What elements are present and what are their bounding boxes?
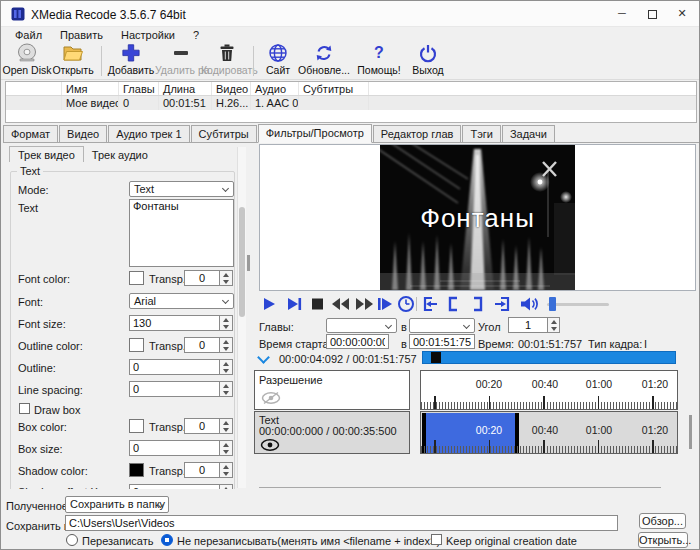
eye-icon[interactable] [260,438,280,454]
expand-chevron-icon[interactable] [257,351,270,364]
output-mode-dropdown[interactable]: Сохранить в папку [65,496,169,513]
text-input[interactable]: Фонтаны [129,199,234,267]
shadow-color-transp-input[interactable] [184,462,220,478]
set-start-button[interactable] [420,295,440,315]
column-subtitles[interactable]: Субтитры [299,82,369,95]
angle-stepper[interactable] [548,317,560,333]
column-name[interactable]: Имя [62,82,119,95]
fast-forward-button[interactable] [353,295,375,315]
outline-color-swatch[interactable] [129,338,144,352]
column-audio[interactable]: Аудио [251,82,299,95]
help-button[interactable]: ? Помощь! [353,43,405,76]
column-icon[interactable] [6,82,62,95]
line-spacing-input[interactable] [129,381,220,397]
shadow-color-swatch[interactable] [129,463,144,477]
tab-video[interactable]: Видео [59,125,107,142]
overwrite-radio[interactable] [66,534,78,546]
start-time-input[interactable] [326,334,389,349]
panel-scrollbar[interactable] [237,147,246,488]
outline-color-transp-stepper[interactable] [220,337,233,353]
volume-slider[interactable] [547,303,609,306]
tab-tasks[interactable]: Задачи [502,125,555,142]
eye-off-icon[interactable] [261,391,281,407]
update-button[interactable]: Обновле... [298,43,350,76]
column-chapters[interactable]: Главы [119,82,159,95]
shadow-offset-x-input[interactable] [129,484,220,489]
splitter-grip[interactable] [247,255,250,271]
column-length[interactable]: Длина [159,82,212,95]
mode-dropdown[interactable]: Text [129,181,234,197]
menu-help[interactable]: ? [185,28,207,42]
font-size-input[interactable] [129,315,220,331]
shadow-offset-x-stepper[interactable] [220,484,233,489]
save-path-input[interactable] [65,515,618,531]
open-disk-button[interactable]: Open Disk [1,43,53,76]
tab-chapter-editor[interactable]: Редактор глав [373,125,462,142]
outline-stepper[interactable] [220,359,233,375]
box-color-swatch[interactable] [129,419,144,433]
chapter-start-dropdown[interactable] [326,318,397,333]
maximize-button[interactable] [637,1,667,25]
tab-subtitles[interactable]: Субтитры [191,125,257,142]
font-dropdown[interactable]: Arial [129,293,234,309]
subtab-audio-track[interactable]: Трек аудио [84,146,156,162]
box-size-stepper[interactable] [220,440,233,456]
draw-box-checkbox[interactable] [19,403,30,414]
minimize-button[interactable]: ─ [607,1,637,25]
seek-bar[interactable] [422,351,676,364]
line-spacing-stepper[interactable] [220,381,233,397]
keep-date-checkbox[interactable] [431,534,442,545]
open-output-button[interactable]: Открыть... [638,532,688,548]
angle-input[interactable] [508,317,548,333]
add-button[interactable]: Добавить [105,43,157,76]
menu-settings[interactable]: Настройки [113,28,183,42]
box-color-transp-stepper[interactable] [220,418,233,434]
tab-audio-track-1[interactable]: Аудио трек 1 [108,125,189,142]
track-header-text[interactable]: Text 00:00:00:000 / 00:00:35:500 [254,411,410,454]
menu-edit[interactable]: Править [52,28,111,42]
rewind-button[interactable] [330,295,352,315]
tab-format[interactable]: Формат [3,125,58,142]
play-button[interactable] [259,295,279,315]
tab-tags[interactable]: Тэги [462,125,501,142]
no-overwrite-radio[interactable] [161,534,173,546]
timeline-ruler-top[interactable]: 00:20 00:40 01:00 01:20 [420,370,678,410]
font-size-label: Font size: [18,318,66,330]
table-row[interactable]: Мое видео... 0 00:01:51 H.26... 1. AAC 0… [6,96,696,110]
box-size-input[interactable] [129,440,220,456]
font-color-swatch[interactable] [129,271,144,285]
clock-button[interactable] [396,295,416,315]
font-color-transp-stepper[interactable] [220,270,233,286]
timeline-ruler-text-track[interactable]: 00:20 00:40 01:00 01:20 [420,411,678,454]
box-color-transp-input[interactable] [184,418,220,434]
timeline-scrollbar[interactable] [689,415,692,449]
tab-filters-preview[interactable]: Фильтры/Просмотр [258,124,372,143]
close-button[interactable]: ✕ [667,1,697,25]
seek-position-marker[interactable] [431,352,441,363]
set-end-button[interactable] [493,295,513,315]
subtab-video-track[interactable]: Трек видео [9,146,84,162]
shadow-color-transp-stepper[interactable] [220,462,233,478]
font-color-transp-input[interactable] [184,270,220,286]
bracket-left-button[interactable] [444,295,462,315]
open-file-button[interactable]: Открыть [47,43,99,76]
volume-slider-thumb[interactable] [549,297,556,311]
outline-color-transp-input[interactable] [184,337,220,353]
speaker-button[interactable] [519,295,541,315]
stop-button[interactable] [308,295,328,315]
menu-file[interactable]: Файл [7,28,50,42]
video-frame[interactable]: Фонтаны [380,145,575,290]
step-forward-button[interactable] [375,295,395,315]
scrollbar-thumb[interactable] [239,207,245,317]
site-button[interactable]: Сайт [252,43,304,76]
track-header-resolution[interactable]: Разрешение [254,370,410,410]
browse-button[interactable]: Обзор... [639,513,686,529]
outline-input[interactable] [129,359,220,375]
chapter-end-dropdown[interactable] [409,318,475,333]
next-frame-button[interactable] [284,295,304,315]
exit-button[interactable]: Выход [402,43,454,76]
font-size-stepper[interactable] [220,315,233,331]
bracket-right-button[interactable] [469,295,487,315]
end-time-input[interactable] [409,334,475,349]
column-video[interactable]: Видео [212,82,251,95]
